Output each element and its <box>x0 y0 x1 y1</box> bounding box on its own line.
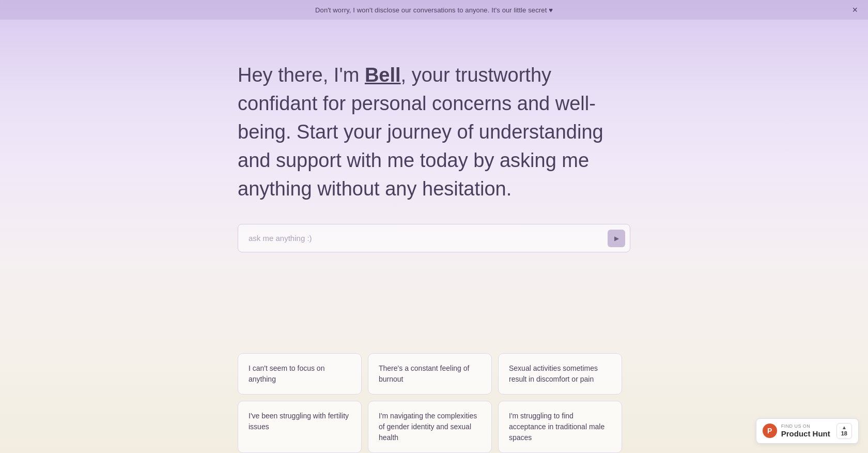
notification-banner: Don't worry, I won't disclose our conver… <box>0 0 868 20</box>
app-name: Bell <box>365 64 401 86</box>
suggestion-card[interactable]: I can't seem to focus on anything <box>238 353 362 395</box>
hero-section: Hey there, I'm Bell, your trustworthy co… <box>238 20 630 273</box>
submit-button[interactable] <box>608 230 625 247</box>
main-content: Hey there, I'm Bell, your trustworthy co… <box>0 0 868 453</box>
product-hunt-logo: P <box>763 424 777 438</box>
suggestion-card[interactable]: Sexual activities sometimes result in di… <box>498 353 622 395</box>
banner-close-button[interactable]: × <box>852 5 858 14</box>
suggestion-card[interactable]: I'm struggling to find acceptance in tra… <box>498 401 622 453</box>
product-hunt-badge[interactable]: P FIND US ON Product Hunt ▲ 18 <box>756 418 859 444</box>
ask-input[interactable] <box>238 224 630 252</box>
cards-section: I can't seem to focus on anythingThere's… <box>0 353 868 453</box>
product-hunt-upvote[interactable]: ▲ 18 <box>836 423 852 439</box>
hero-title: Hey there, I'm Bell, your trustworthy co… <box>238 61 630 203</box>
suggestion-card[interactable]: I've been struggling with fertility issu… <box>238 401 362 453</box>
upvote-count: 18 <box>841 430 847 437</box>
product-hunt-text: FIND US ON Product Hunt <box>781 424 830 439</box>
product-hunt-name: Product Hunt <box>781 429 830 439</box>
banner-text: Don't worry, I won't disclose our conver… <box>315 6 553 14</box>
product-hunt-find-text: FIND US ON <box>781 424 830 429</box>
suggestion-card[interactable]: I'm navigating the complexities of gende… <box>368 401 492 453</box>
upvote-arrow-icon: ▲ <box>842 425 847 430</box>
cards-grid: I can't seem to focus on anythingThere's… <box>238 353 630 453</box>
input-container <box>238 224 630 252</box>
suggestion-card[interactable]: There's a constant feeling of burnout <box>368 353 492 395</box>
